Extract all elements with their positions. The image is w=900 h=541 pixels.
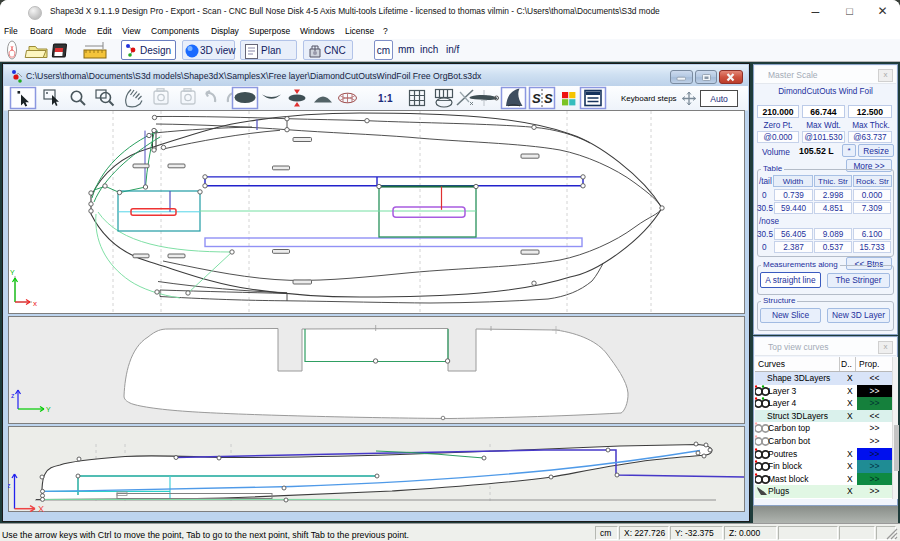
svg-text:1:1: 1:1 [378, 93, 393, 104]
svg-text:X: X [38, 504, 44, 512]
svg-text:x: x [33, 299, 37, 308]
svg-text:S: S [532, 91, 541, 106]
svg-text:Auto: Auto [710, 94, 728, 104]
svg-text:Y: Y [10, 269, 15, 276]
svg-text:Keyboard steps: Keyboard steps [621, 94, 677, 103]
svg-text:z: z [11, 392, 15, 399]
svg-text:S: S [544, 91, 553, 106]
svg-text:Y: Y [46, 406, 51, 413]
svg-text:z: z [8, 482, 11, 489]
